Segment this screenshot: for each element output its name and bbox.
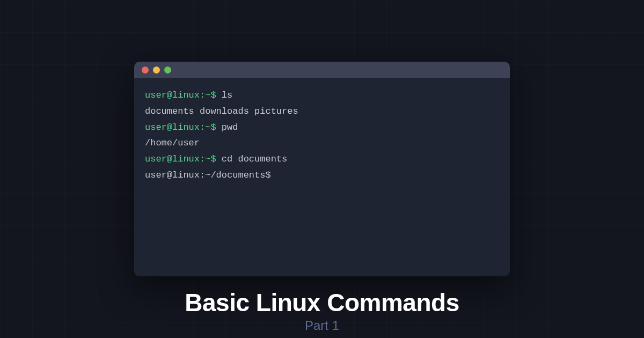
shell-command: ls: [222, 90, 232, 100]
shell-command: pwd: [222, 122, 238, 133]
terminal-output: documents downloads pictures: [145, 104, 499, 120]
maximize-icon[interactable]: [164, 67, 171, 74]
shell-prompt: user@linux:~$: [145, 154, 222, 164]
shell-prompt: user@linux:~$: [145, 122, 222, 133]
window-titlebar: [134, 62, 510, 78]
terminal-line: user@linux:~$ pwd: [145, 120, 499, 136]
terminal-body[interactable]: user@linux:~$ ls documents downloads pic…: [134, 78, 510, 276]
terminal-window: user@linux:~$ ls documents downloads pic…: [134, 62, 510, 276]
page-subtitle: Part 1: [185, 318, 459, 333]
terminal-output: /home/user: [145, 135, 499, 151]
shell-prompt: user@linux:~$: [145, 90, 222, 100]
terminal-output: user@linux:~/documents$: [145, 167, 499, 183]
page-title: Basic Linux Commands: [185, 288, 459, 317]
minimize-icon[interactable]: [153, 67, 160, 74]
shell-command: cd documents: [222, 154, 287, 164]
terminal-line: user@linux:~$ ls: [145, 87, 499, 104]
terminal-line: user@linux:~$ cd documents: [145, 151, 499, 167]
close-icon[interactable]: [142, 67, 149, 74]
title-block: Basic Linux Commands Part 1: [185, 288, 459, 333]
